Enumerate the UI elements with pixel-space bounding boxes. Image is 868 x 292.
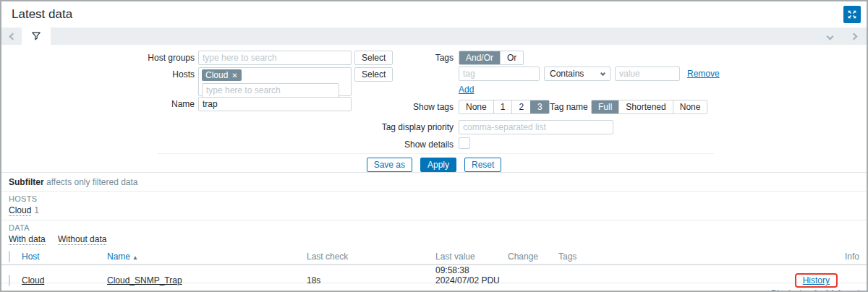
row-checkbox[interactable] xyxy=(9,275,10,286)
column-header-name[interactable]: Name xyxy=(107,252,130,262)
filter-funnel-icon xyxy=(31,31,41,41)
filter-collapse-icon[interactable] xyxy=(827,33,834,40)
subfilter-data-block: DATA With data Without data xyxy=(1,220,867,249)
show-details-checkbox[interactable] xyxy=(459,137,470,149)
show-tags-segmented: None 1 2 3 xyxy=(459,100,550,114)
column-header-change: Change xyxy=(508,252,558,262)
row-item-name-link[interactable]: Cloud_SNMP_Trap xyxy=(107,275,182,285)
host-chip-label: Cloud xyxy=(205,70,228,80)
filter-buttons: Save as Apply Reset xyxy=(1,158,867,172)
subfilter-subtitle: affects only filtered data xyxy=(46,177,138,187)
show-tags-3[interactable]: 3 xyxy=(530,100,549,113)
table-row: Cloud Cloud_SNMP_Trap 18s 09:58:38 2024/… xyxy=(1,265,867,283)
row-host-link[interactable]: Cloud xyxy=(22,275,44,285)
hosts-label: Hosts xyxy=(103,69,195,80)
tag-name-none[interactable]: None xyxy=(673,100,707,113)
host-groups-select-button[interactable]: Select xyxy=(354,51,393,65)
tag-name-mode-label: Tag name xyxy=(550,102,588,112)
latest-data-page: Latest data xyxy=(0,0,868,292)
select-all-checkbox[interactable] xyxy=(9,251,10,262)
hosts-multiselect[interactable]: Cloud ✕ xyxy=(198,67,352,96)
column-header-last-value: Last value xyxy=(435,252,508,262)
show-tags-1[interactable]: 1 xyxy=(493,100,512,113)
tags-label: Tags xyxy=(392,53,454,63)
tag-name-full[interactable]: Full xyxy=(592,100,618,113)
tag-display-priority-input[interactable] xyxy=(459,120,613,134)
page-header: Latest data xyxy=(1,1,867,27)
tag-condition-select[interactable]: Contains xyxy=(544,66,610,81)
show-details-label: Show details xyxy=(320,139,454,150)
tabs-scroll-left-icon[interactable] xyxy=(9,33,17,40)
subfilter-section: Subfilter affects only filtered data HOS… xyxy=(1,172,867,249)
subfilter-with-data-link[interactable]: With data xyxy=(9,234,46,245)
tags-operator-andor[interactable]: And/Or xyxy=(459,51,500,64)
host-chip-remove-icon[interactable]: ✕ xyxy=(231,72,237,80)
filter-divider xyxy=(157,153,714,154)
kiosk-mode-icon xyxy=(846,9,858,20)
tag-name-shortened[interactable]: Shortened xyxy=(618,100,672,113)
reset-button[interactable]: Reset xyxy=(464,158,501,172)
apply-button[interactable]: Apply xyxy=(420,158,456,172)
hosts-input[interactable] xyxy=(202,83,339,98)
subfilter-title: Subfilter xyxy=(9,177,44,187)
column-header-last-check: Last check xyxy=(307,252,435,262)
filter-form: Host groups Select Hosts Cloud ✕ Select … xyxy=(1,45,867,172)
host-groups-label: Host groups xyxy=(103,53,195,63)
page-title: Latest data xyxy=(12,7,72,22)
tag-name-segmented: Full Shortened None xyxy=(591,100,707,114)
subfilter-hosts-header: HOSTS xyxy=(9,194,859,203)
column-header-host[interactable]: Host xyxy=(22,252,40,262)
sort-ascending-icon: ▲ xyxy=(132,254,138,261)
annotation-highlight-box: History xyxy=(795,273,838,288)
table-header-row: Host Name▲ Last check Last value Change … xyxy=(1,249,867,265)
tag-condition-value: Contains xyxy=(550,69,584,79)
tabs-scroll-right-icon[interactable] xyxy=(851,33,858,40)
subfilter-header: Subfilter affects only filtered data xyxy=(1,173,867,192)
show-tags-2[interactable]: 2 xyxy=(511,100,530,113)
tags-operator-or[interactable]: Or xyxy=(500,51,523,64)
column-header-info: Info xyxy=(838,252,867,262)
history-link[interactable]: History xyxy=(803,275,830,285)
chevron-down-icon xyxy=(600,70,605,75)
tag-display-priority-label: Tag display priority xyxy=(320,122,454,132)
tag-remove-link[interactable]: Remove xyxy=(687,69,720,79)
subfilter-host-cloud-link[interactable]: Cloud xyxy=(9,205,31,216)
save-as-button[interactable]: Save as xyxy=(367,158,412,172)
kiosk-mode-button[interactable] xyxy=(843,6,861,23)
hosts-select-button[interactable]: Select xyxy=(354,67,393,82)
tags-operator-segmented: And/Or Or xyxy=(459,51,524,65)
subfilter-host-count: 1 xyxy=(34,205,39,215)
host-chip: Cloud ✕ xyxy=(202,69,242,81)
latest-data-table: Host Name▲ Last check Last value Change … xyxy=(1,249,867,292)
tag-add-link[interactable]: Add xyxy=(459,85,474,95)
filter-tab-strip xyxy=(1,27,867,45)
show-tags-none[interactable]: None xyxy=(459,100,493,113)
subfilter-without-data-link[interactable]: Without data xyxy=(58,234,106,245)
host-groups-input[interactable] xyxy=(198,51,352,65)
tag-value-input[interactable] xyxy=(615,66,680,81)
filter-tab[interactable] xyxy=(22,27,51,45)
subfilter-data-header: DATA xyxy=(9,223,859,232)
column-header-tags: Tags xyxy=(558,252,775,262)
tag-name-input[interactable] xyxy=(459,66,540,81)
name-label: Name xyxy=(103,99,195,109)
row-last-value: 09:58:38 2024/07/02 PDU ... xyxy=(435,265,508,292)
subfilter-hosts-block: HOSTS Cloud1 xyxy=(1,192,867,220)
show-tags-label: Show tags xyxy=(320,102,454,112)
row-last-check: 18s xyxy=(307,275,435,285)
